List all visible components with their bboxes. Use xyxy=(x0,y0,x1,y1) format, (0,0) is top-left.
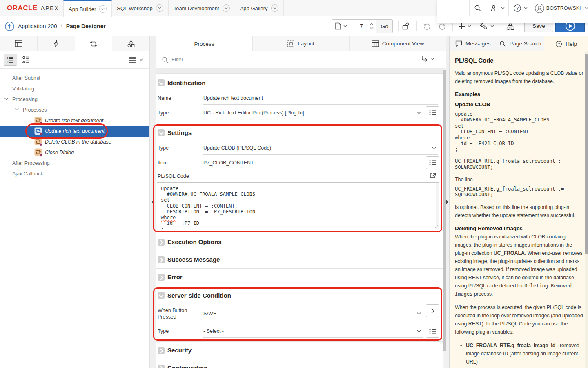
field-type[interactable]: - Select - xyxy=(203,325,423,338)
tree-item-update-rich-text-document[interactable]: Update rich text document xyxy=(0,126,149,137)
tab-page-shared-components[interactable] xyxy=(112,36,149,51)
header-tab-team-development[interactable]: Team Development xyxy=(169,0,235,16)
undo-button[interactable] xyxy=(422,21,432,31)
tree-expand-icon[interactable] xyxy=(4,97,9,101)
go-to-application-icon[interactable] xyxy=(5,22,14,31)
section-settings[interactable]: Settings xyxy=(156,129,446,141)
section-execution-options[interactable]: Execution Options xyxy=(156,233,446,251)
right-tab-help[interactable]: ?Help xyxy=(544,36,588,51)
textarea-scrollbar[interactable] xyxy=(436,183,439,229)
textarea-resize-grip[interactable] xyxy=(434,224,438,228)
help-paragraph: When the process is executed, the given … xyxy=(455,303,584,336)
field-when-button-pressed[interactable]: SAVE xyxy=(203,304,423,323)
tab-rendering[interactable] xyxy=(0,36,38,51)
chevron-circle-icon xyxy=(271,4,278,12)
collapse-icon[interactable] xyxy=(158,129,165,136)
right-tab-messages[interactable]: Messages xyxy=(450,36,497,51)
help-panel: MessagesPage Search?Help PL/SQL CodeVali… xyxy=(449,36,588,368)
tab-dynamic-actions[interactable] xyxy=(38,36,75,51)
page-number-input[interactable]: 7 xyxy=(350,20,367,33)
order-by-processing-order-button[interactable]: 12 xyxy=(4,54,17,66)
undo-icon xyxy=(423,22,431,30)
page-selector-group: 7 Go xyxy=(332,19,393,33)
tree-item-after-processing[interactable]: After Processing xyxy=(0,158,149,168)
expand-icon[interactable] xyxy=(158,347,165,354)
field-item[interactable]: P7_CLOB_CONTENT xyxy=(203,156,423,169)
left-splitter[interactable] xyxy=(149,36,156,368)
center-tab-component-view[interactable]: Component View xyxy=(350,36,446,51)
header-tab-app-builder[interactable]: App Builder xyxy=(63,0,112,17)
field-name[interactable]: Update rich text document xyxy=(203,92,438,105)
form-row: Type - Select - xyxy=(156,325,446,338)
tab-processing[interactable] xyxy=(75,36,113,51)
group-by-component-type-button[interactable] xyxy=(20,54,33,66)
plsql-code-textarea[interactable]: update #OWNER#.UC_FROALA_SAMPLE_CLOBS se… xyxy=(157,182,439,229)
header-help-menu[interactable]: ? xyxy=(508,0,532,16)
lock-page-button[interactable] xyxy=(401,21,411,31)
go-to-button[interactable] xyxy=(426,304,439,317)
field-type[interactable]: UC - Rich Text Editor Pro (Process) [Plu… xyxy=(203,106,423,119)
open-code-editor-button[interactable] xyxy=(430,173,436,179)
expand-icon[interactable] xyxy=(158,239,165,246)
help-scrollbar-thumb[interactable] xyxy=(585,54,588,254)
right-splitter[interactable] xyxy=(446,36,449,368)
left-panel-tabs xyxy=(0,36,149,51)
expand-icon[interactable] xyxy=(158,274,165,281)
expand-icon[interactable] xyxy=(158,256,165,263)
tree-expand-icon[interactable] xyxy=(15,108,19,111)
right-tab-label: Messages xyxy=(466,40,491,47)
header-search-button[interactable] xyxy=(469,0,486,16)
section-success-message[interactable]: Success Message xyxy=(156,251,446,268)
filter-input[interactable]: Filter xyxy=(172,56,183,63)
right-tab-label: Help xyxy=(566,41,577,47)
center-tab-layout[interactable]: Layout xyxy=(253,36,350,51)
tree-item-label: After Submit xyxy=(0,75,40,81)
section-security[interactable]: Security xyxy=(156,342,446,359)
quick-pick-button[interactable] xyxy=(426,106,439,119)
page-finder-button[interactable] xyxy=(332,20,350,33)
tree-item-after-submit[interactable]: After Submit xyxy=(0,73,149,83)
collapse-icon[interactable] xyxy=(158,292,165,299)
header-tab-label: App Gallery xyxy=(240,5,268,11)
center-tab-process[interactable]: Process xyxy=(156,36,253,51)
help-scrollbar[interactable] xyxy=(585,51,588,368)
tree-item-processing[interactable]: Processing xyxy=(0,94,149,105)
go-to-group-button[interactable] xyxy=(421,56,434,62)
header-tab-app-gallery[interactable]: App Gallery xyxy=(235,0,284,16)
tree-item-create-rich-text-document[interactable]: Create rich text document xyxy=(0,115,149,126)
svg-text:?: ? xyxy=(516,6,518,11)
collapse-icon[interactable] xyxy=(158,79,165,86)
header-user-menu[interactable]: BOSTROWSKI xyxy=(532,0,588,16)
center-scrollbar-thumb[interactable] xyxy=(443,70,446,351)
tree-menu-button[interactable] xyxy=(129,54,143,66)
field-type[interactable]: Update CLOB (PL/SQL Code) xyxy=(203,141,438,155)
tree-item-label: After Processing xyxy=(0,160,50,166)
breadcrumb-application[interactable]: Application 200 xyxy=(18,23,57,29)
tree-item-label: Processes xyxy=(0,107,47,113)
right-tab-page-search[interactable]: Page Search xyxy=(497,36,545,51)
section-identification[interactable]: Identification xyxy=(156,79,446,91)
help-paragraph: Valid anonymous PL/SQL code updating a C… xyxy=(455,69,584,85)
chevron-down-icon xyxy=(524,7,528,9)
tree-item-close-dialog[interactable]: Close Dialog xyxy=(0,147,149,158)
section-error[interactable]: Error xyxy=(156,269,446,286)
go-button[interactable]: Go xyxy=(376,20,392,33)
quick-pick-button[interactable] xyxy=(426,156,439,169)
section-configuration[interactable]: Configuration xyxy=(156,359,446,368)
tree-item-delete-clob-in-the-database[interactable]: Delete CLOB in the database xyxy=(0,137,149,147)
tree-item-validating[interactable]: Validating xyxy=(0,83,149,94)
page-number-spinner[interactable] xyxy=(367,20,376,33)
header-tab-sql-workshop[interactable]: SQL Workshop xyxy=(112,0,168,16)
process-plugin-icon xyxy=(34,117,42,125)
field-label: Name xyxy=(158,92,201,105)
section-server-side-condition[interactable]: Server-side Condition xyxy=(156,292,446,303)
tree-item-ajax-callback[interactable]: Ajax Callback xyxy=(0,168,149,179)
help-content: PL/SQL CodeValid anonymous PL/SQL code u… xyxy=(450,51,585,368)
tree-item-processes[interactable]: Processes xyxy=(0,105,149,115)
header-admin-menu[interactable] xyxy=(486,0,508,16)
center-scrollbar[interactable] xyxy=(443,69,446,368)
panel-gap xyxy=(156,68,446,74)
oracle-apex-logo: ORACLE APEX xyxy=(0,0,63,16)
quick-pick-button[interactable] xyxy=(426,325,439,338)
expand-icon[interactable] xyxy=(158,365,165,368)
